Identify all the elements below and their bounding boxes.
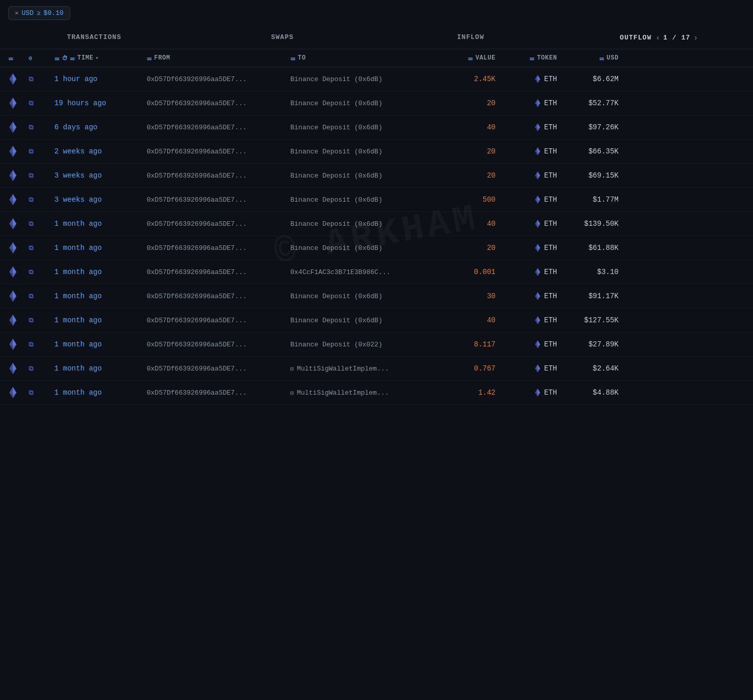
- from-cell[interactable]: 0xD57Df663926996aa5DE7...: [147, 244, 290, 252]
- to-cell[interactable]: Binance Deposit (0x6dB): [290, 196, 434, 204]
- table-row[interactable]: ⧉ 1 month ago 0xD57Df663926996aa5DE7... …: [0, 284, 753, 308]
- link-cell[interactable]: ⧉: [29, 124, 54, 131]
- from-address-link[interactable]: 0xD57Df663926996aa5DE7...: [147, 389, 247, 397]
- from-cell[interactable]: 0xD57Df663926996aa5DE7...: [147, 389, 290, 397]
- col-usd-header[interactable]: ⚌ USD: [557, 54, 619, 62]
- time-cell[interactable]: 1 month ago: [54, 364, 147, 373]
- time-link[interactable]: 1 month ago: [54, 364, 102, 373]
- to-address-link[interactable]: Binance Deposit (0x6dB): [290, 124, 382, 131]
- to-cell[interactable]: Binance Deposit (0x6dB): [290, 293, 434, 300]
- prev-page-button[interactable]: ‹: [656, 33, 660, 42]
- to-cell[interactable]: Binance Deposit (0x6dB): [290, 148, 434, 155]
- link-cell[interactable]: ⧉: [29, 389, 54, 397]
- time-cell[interactable]: 3 weeks ago: [54, 196, 147, 204]
- external-link-icon[interactable]: ⧉: [29, 196, 33, 204]
- from-cell[interactable]: 0xD57Df663926996aa5DE7...: [147, 293, 290, 300]
- to-address-link[interactable]: MultiSigWalletImplem...: [297, 389, 389, 397]
- from-address-link[interactable]: 0xD57Df663926996aa5DE7...: [147, 196, 247, 204]
- time-cell[interactable]: 1 month ago: [54, 244, 147, 252]
- tab-swaps[interactable]: SWAPS: [188, 26, 377, 49]
- to-address-link[interactable]: MultiSigWalletImplem...: [297, 365, 389, 373]
- to-cell[interactable]: Binance Deposit (0x6dB): [290, 220, 434, 228]
- to-cell[interactable]: Binance Deposit (0x6dB): [290, 75, 434, 83]
- from-address-link[interactable]: 0xD57Df663926996aa5DE7...: [147, 317, 247, 324]
- from-address-link[interactable]: 0xD57Df663926996aa5DE7...: [147, 220, 247, 228]
- col-from-header[interactable]: ⚌ FROM: [147, 54, 290, 62]
- from-cell[interactable]: 0xD57Df663926996aa5DE7...: [147, 172, 290, 180]
- time-cell[interactable]: 1 month ago: [54, 388, 147, 397]
- time-link[interactable]: 2 weeks ago: [54, 147, 102, 155]
- time-link[interactable]: 1 month ago: [54, 244, 102, 252]
- link-cell[interactable]: ⧉: [29, 244, 54, 252]
- time-cell[interactable]: 1 month ago: [54, 220, 147, 228]
- table-row[interactable]: ⧉ 1 month ago 0xD57Df663926996aa5DE7... …: [0, 212, 753, 236]
- to-address-link[interactable]: Binance Deposit (0x6dB): [290, 220, 382, 228]
- external-link-icon[interactable]: ⧉: [29, 75, 33, 83]
- time-cell[interactable]: 1 month ago: [54, 340, 147, 348]
- to-cell[interactable]: Binance Deposit (0x6dB): [290, 172, 434, 180]
- link-cell[interactable]: ⧉: [29, 100, 54, 107]
- table-row[interactable]: ⧉ 19 hours ago 0xD57Df663926996aa5DE7...…: [0, 91, 753, 115]
- time-link[interactable]: 1 month ago: [54, 292, 102, 300]
- to-address-link[interactable]: Binance Deposit (0x6dB): [290, 148, 382, 155]
- to-cell[interactable]: Binance Deposit (0x6dB): [290, 317, 434, 324]
- link-cell[interactable]: ⧉: [29, 196, 54, 204]
- from-address-link[interactable]: 0xD57Df663926996aa5DE7...: [147, 100, 247, 107]
- table-row[interactable]: ⧉ 1 month ago 0xD57Df663926996aa5DE7... …: [0, 381, 753, 405]
- table-row[interactable]: ⧉ 2 weeks ago 0xD57Df663926996aa5DE7... …: [0, 140, 753, 164]
- table-row[interactable]: ⧉ 1 hour ago 0xD57Df663926996aa5DE7... B…: [0, 67, 753, 91]
- col-time-header[interactable]: ⚌ ⏱ ⚌ TIME ▾: [54, 54, 147, 62]
- external-link-icon[interactable]: ⧉: [29, 389, 33, 397]
- external-link-icon[interactable]: ⧉: [29, 268, 33, 276]
- table-row[interactable]: ⧉ 1 month ago 0xD57Df663926996aa5DE7... …: [0, 236, 753, 260]
- external-link-icon[interactable]: ⧉: [29, 244, 33, 252]
- filter-badge[interactable]: ✕ USD ≥ $0.10: [8, 6, 70, 20]
- external-link-icon[interactable]: ⧉: [29, 148, 33, 155]
- from-cell[interactable]: 0xD57Df663926996aa5DE7...: [147, 220, 290, 228]
- from-address-link[interactable]: 0xD57Df663926996aa5DE7...: [147, 341, 247, 348]
- to-address-link[interactable]: Binance Deposit (0x6dB): [290, 293, 382, 300]
- table-row[interactable]: ⧉ 1 month ago 0xD57Df663926996aa5DE7... …: [0, 308, 753, 333]
- from-address-link[interactable]: 0xD57Df663926996aa5DE7...: [147, 75, 247, 83]
- to-address-link[interactable]: Binance Deposit (0x022): [290, 341, 382, 348]
- time-cell[interactable]: 1 hour ago: [54, 75, 147, 83]
- link-cell[interactable]: ⧉: [29, 148, 54, 155]
- to-address-link[interactable]: 0x4CcF1AC3c3B71E3B986C...: [290, 268, 390, 276]
- external-link-icon[interactable]: ⧉: [29, 341, 33, 348]
- link-cell[interactable]: ⧉: [29, 317, 54, 324]
- tab-transactions[interactable]: TRANSACTIONS: [0, 26, 188, 49]
- table-row[interactable]: ⧉ 1 month ago 0xD57Df663926996aa5DE7... …: [0, 333, 753, 357]
- to-cell[interactable]: Binance Deposit (0x6dB): [290, 244, 434, 252]
- time-cell[interactable]: 6 days ago: [54, 123, 147, 131]
- from-cell[interactable]: 0xD57Df663926996aa5DE7...: [147, 124, 290, 131]
- table-row[interactable]: ⧉ 3 weeks ago 0xD57Df663926996aa5DE7... …: [0, 164, 753, 188]
- to-address-link[interactable]: Binance Deposit (0x6dB): [290, 75, 382, 83]
- table-row[interactable]: ⧉ 3 weeks ago 0xD57Df663926996aa5DE7... …: [0, 188, 753, 212]
- table-row[interactable]: ⧉ 6 days ago 0xD57Df663926996aa5DE7... B…: [0, 115, 753, 140]
- from-cell[interactable]: 0xD57Df663926996aa5DE7...: [147, 365, 290, 373]
- to-cell[interactable]: 0x4CcF1AC3c3B71E3B986C...: [290, 268, 434, 276]
- time-link[interactable]: 3 weeks ago: [54, 171, 102, 180]
- to-cell[interactable]: ⊡ MultiSigWalletImplem...: [290, 365, 434, 373]
- time-cell[interactable]: 3 weeks ago: [54, 171, 147, 180]
- link-cell[interactable]: ⧉: [29, 172, 54, 180]
- to-cell[interactable]: Binance Deposit (0x6dB): [290, 124, 434, 131]
- external-link-icon[interactable]: ⧉: [29, 124, 33, 131]
- external-link-icon[interactable]: ⧉: [29, 100, 33, 107]
- from-cell[interactable]: 0xD57Df663926996aa5DE7...: [147, 268, 290, 276]
- col-token-header[interactable]: ⚌ TOKEN: [496, 54, 557, 62]
- from-cell[interactable]: 0xD57Df663926996aa5DE7...: [147, 196, 290, 204]
- external-link-icon[interactable]: ⧉: [29, 172, 33, 180]
- time-link[interactable]: 1 month ago: [54, 220, 102, 228]
- link-cell[interactable]: ⧉: [29, 293, 54, 300]
- to-cell[interactable]: Binance Deposit (0x6dB): [290, 100, 434, 107]
- time-cell[interactable]: 2 weeks ago: [54, 147, 147, 155]
- time-cell[interactable]: 1 month ago: [54, 316, 147, 324]
- from-address-link[interactable]: 0xD57Df663926996aa5DE7...: [147, 293, 247, 300]
- table-row[interactable]: ⧉ 1 month ago 0xD57Df663926996aa5DE7... …: [0, 260, 753, 284]
- time-cell[interactable]: 1 month ago: [54, 292, 147, 300]
- from-address-link[interactable]: 0xD57Df663926996aa5DE7...: [147, 365, 247, 373]
- from-cell[interactable]: 0xD57Df663926996aa5DE7...: [147, 100, 290, 107]
- link-cell[interactable]: ⧉: [29, 341, 54, 348]
- col-to-header[interactable]: ⚌ TO: [290, 54, 434, 62]
